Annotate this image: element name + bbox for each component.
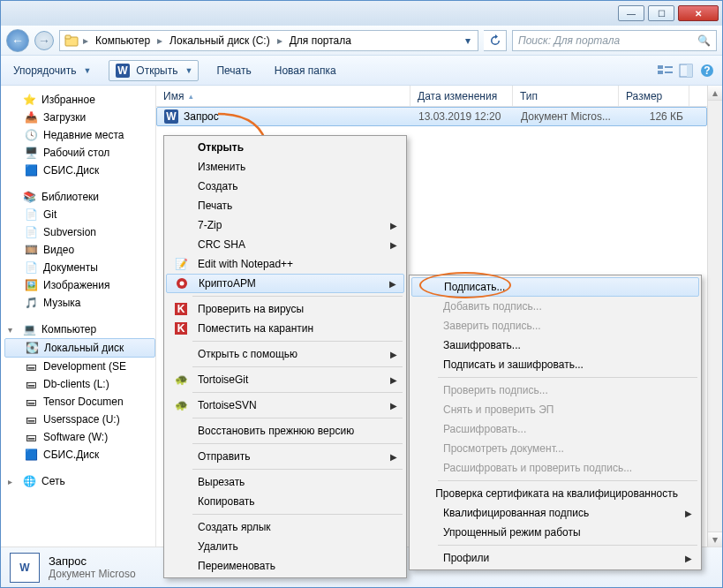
sidebar-network-head[interactable]: ▸🌐Сеть — [4, 472, 155, 490]
sidebar-item-video[interactable]: 🎞️Видео — [4, 241, 155, 259]
sidebar-item-sbis2[interactable]: 🟦СБИС.Диск — [4, 446, 155, 464]
breadcrumb-computer[interactable]: Компьютер — [90, 31, 155, 50]
maximize-button[interactable]: ☐ — [648, 5, 674, 21]
sidebar-item-sbisdisk[interactable]: 🟦СБИС.Диск — [4, 162, 155, 179]
breadcrumb-folder[interactable]: Для портала — [284, 31, 357, 50]
sub-simple[interactable]: Упрощенный режим работы — [411, 523, 699, 542]
sidebar-computer-head[interactable]: ▾💻Компьютер — [4, 320, 155, 338]
sidebar-item-dev[interactable]: 🖴Development (SE — [4, 358, 155, 375]
ctx-restore[interactable]: Восстановить прежнюю версию — [166, 421, 404, 441]
sub-encrypt[interactable]: Зашифровать... — [411, 335, 699, 355]
file-name: Запрос — [184, 110, 219, 123]
kaspersky-icon: K — [171, 322, 191, 335]
sub-signenc[interactable]: Подписать и зашифровать... — [411, 355, 699, 374]
ctx-print[interactable]: Печать — [166, 196, 404, 215]
file-size: 126 КБ — [620, 110, 690, 123]
preview-pane-button[interactable] — [678, 63, 694, 79]
ctx-sendto[interactable]: Отправить▶ — [166, 447, 404, 466]
ctx-npp[interactable]: 📝Edit with Notepad++ — [166, 254, 404, 274]
search-icon: 🔍 — [697, 34, 711, 47]
ctx-open[interactable]: Открыть — [166, 138, 404, 157]
nav-back-button[interactable]: ← — [6, 29, 29, 52]
newfolder-button[interactable]: Новая папка — [269, 63, 342, 79]
sidebar-item-git[interactable]: 📄Git — [4, 206, 155, 223]
sidebar-item-docs[interactable]: 📄Документы — [4, 259, 155, 276]
sub-certq[interactable]: Проверка сертификата на квалифицированно… — [411, 484, 699, 503]
col-size[interactable]: Размер — [619, 86, 689, 106]
sidebar-item-tensor[interactable]: 🖴Tensor Documen — [4, 393, 155, 411]
col-type[interactable]: Тип — [513, 86, 619, 106]
breadcrumb-dropdown[interactable]: ▾ — [460, 34, 476, 47]
ctx-cryptoarm[interactable]: КриптоАРМ▶ — [166, 274, 404, 293]
ctx-tgit[interactable]: 🐢TortoiseGit▶ — [166, 370, 404, 389]
sidebar-item-driveC[interactable]: 💽Локальный диск — [4, 338, 155, 358]
breadcrumb[interactable]: ▸ Компьютер ▸ Локальный диск (C:) ▸ Для … — [59, 30, 478, 51]
print-label: Печать — [216, 64, 251, 77]
sidebar-item-users[interactable]: 🖴Usersspace (U:) — [4, 411, 155, 428]
sub-unsign: Снять и проверить ЭП — [411, 400, 699, 419]
tortoise-icon: 🐢 — [171, 399, 191, 411]
open-button[interactable]: W Открыть▼ — [109, 60, 199, 81]
sidebar-libraries-head[interactable]: 📚Библиотеки — [4, 188, 155, 206]
ctx-tsvn[interactable]: 🐢TortoiseSVN▶ — [166, 396, 404, 415]
svg-rect-4 — [658, 65, 663, 69]
scroll-up-button[interactable]: ▴ — [708, 86, 722, 101]
help-button[interactable]: ? — [699, 63, 715, 79]
sub-profiles[interactable]: Профили▶ — [411, 548, 699, 568]
chevron-down-icon: ▼ — [83, 66, 91, 75]
ctx-cut[interactable]: Вырезать — [166, 472, 404, 492]
netdrive-icon: 🖴 — [24, 430, 38, 444]
ctx-7zip[interactable]: 7-Zip▶ — [166, 215, 404, 235]
folder-icon — [64, 33, 79, 49]
scrollbar-vertical[interactable]: ▴ ▾ — [707, 86, 722, 547]
breadcrumb-drive[interactable]: Локальный диск (C:) — [164, 31, 275, 50]
ctx-avcheck[interactable]: KПроверить на вирусы — [166, 299, 404, 319]
netdrive-icon: 🖴 — [24, 395, 38, 409]
nav-forward-button[interactable]: → — [34, 31, 54, 50]
sidebar-favorites-head[interactable]: ⭐Избранное — [4, 91, 155, 109]
sub-viewdoc: Просмотреть документ... — [411, 439, 699, 458]
sidebar-item-svn[interactable]: 📄Subversion — [4, 223, 155, 241]
drive-icon: 💽 — [25, 341, 39, 355]
netdrive-icon: 🖴 — [24, 359, 38, 373]
organize-label: Упорядочить — [13, 64, 76, 77]
sidebar[interactable]: ⭐Избранное 📥Загрузки 🕓Недавние места 🖥️Р… — [1, 86, 156, 547]
sidebar-item-pics[interactable]: 🖼️Изображения — [4, 276, 155, 294]
sidebar-item-db[interactable]: 🖴Db-clients (L:) — [4, 375, 155, 393]
sub-qsig[interactable]: Квалифицированная подпись▶ — [411, 503, 699, 523]
details-type: Документ Microso — [49, 568, 136, 580]
file-row[interactable]: W Запрос 13.03.2019 12:20 Документ Micro… — [156, 107, 707, 126]
recent-icon: 🕓 — [24, 128, 38, 142]
ctx-openwith[interactable]: Открыть с помощью▶ — [166, 344, 404, 364]
sidebar-item-downloads[interactable]: 📥Загрузки — [4, 109, 155, 126]
ctx-shortcut[interactable]: Создать ярлык — [166, 517, 404, 537]
minimize-button[interactable]: — — [618, 5, 644, 21]
ctx-avquar[interactable]: KПоместить на карантин — [166, 319, 404, 338]
sidebar-item-music[interactable]: 🎵Музыка — [4, 294, 155, 312]
refresh-button[interactable] — [484, 30, 507, 51]
scroll-down-button[interactable]: ▾ — [708, 531, 722, 547]
print-button[interactable]: Печать — [211, 63, 256, 79]
scroll-track[interactable] — [708, 101, 722, 531]
chevron-right-icon: ▸ — [155, 34, 164, 47]
organize-button[interactable]: Упорядочить▼ — [8, 63, 96, 79]
search-input[interactable]: Поиск: Для портала 🔍 — [512, 30, 717, 51]
sidebar-item-recent[interactable]: 🕓Недавние места — [4, 126, 155, 144]
col-date[interactable]: Дата изменения — [410, 86, 513, 106]
ctx-delete[interactable]: Удалить — [166, 537, 404, 556]
sub-decver: Расшифровать и проверить подпись... — [411, 458, 699, 478]
ctx-create[interactable]: Создать — [166, 177, 404, 196]
view-mode-button[interactable] — [657, 63, 673, 79]
sidebar-item-desktop[interactable]: 🖥️Рабочий стол — [4, 144, 155, 162]
ctx-crc[interactable]: CRC SHA▶ — [166, 235, 404, 254]
ctx-edit[interactable]: Изменить — [166, 157, 404, 177]
col-name[interactable]: Имя▴ — [156, 86, 410, 106]
cloud-icon: 🟦 — [24, 163, 38, 177]
file-list[interactable]: W Запрос 13.03.2019 12:20 Документ Micro… — [156, 107, 707, 547]
ctx-rename[interactable]: Переименовать — [166, 556, 404, 576]
chevron-right-icon: ▸ — [81, 34, 90, 47]
sub-sign[interactable]: Подписать... — [411, 277, 699, 297]
ctx-copy[interactable]: Копировать — [166, 492, 404, 511]
close-button[interactable]: ✕ — [678, 5, 719, 21]
sidebar-item-soft[interactable]: 🖴Software (W:) — [4, 428, 155, 446]
